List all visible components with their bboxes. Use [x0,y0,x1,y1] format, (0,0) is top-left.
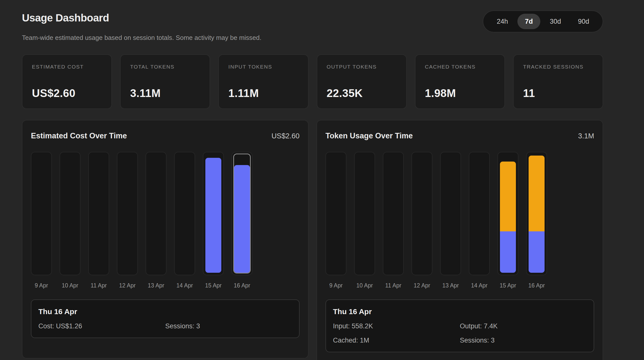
detail-value: Output: 7.4K [460,322,587,330]
token-chart-title: Token Usage Over Time [326,132,413,140]
detail-value: Sessions: 3 [165,322,292,330]
cost-chart-detail: Thu 16 Apr Cost: US$1.26Sessions: 3 [31,300,300,338]
token-chart-bars [326,152,594,275]
token-chart-panel: Token Usage Over Time 3.1M 9 Apr10 Apr11… [316,120,603,360]
bar-14-apr[interactable] [469,152,490,275]
x-axis-label: 14 Apr [469,282,490,289]
bar-fill [205,158,221,273]
bar-segment-input-tokens [528,231,544,273]
cost-detail-grid: Cost: US$1.26Sessions: 3 [38,322,292,330]
bar-13-apr[interactable] [146,152,166,275]
x-axis-label: 11 Apr [88,282,109,289]
bar-9-apr[interactable] [326,152,346,275]
stat-label: ESTIMATED COST [32,64,102,70]
stat-label: TRACKED SESSIONS [523,64,593,70]
stat-value: 22.35K [327,87,397,100]
bar-15-apr[interactable] [203,152,224,275]
x-axis-label: 16 Apr [526,282,547,289]
stat-card-total-tokens: TOTAL TOKENS3.11M [120,54,210,109]
detail-value: Input: 558.2K [333,322,460,330]
bar-14-apr[interactable] [174,152,195,275]
bar-segment-input-tokens [500,231,516,273]
bar-segment-cached-output-tokens [528,156,544,231]
stat-card-tracked-sessions: TRACKED SESSIONS11 [513,54,603,109]
stat-card-cached-tokens: CACHED TOKENS1.98M [415,54,505,109]
bar-segment-cost [205,158,221,273]
bar-fill [500,162,516,273]
bar-fill [528,156,544,273]
bar-segment-cached-output-tokens [500,162,516,231]
cost-chart-xlabels: 9 Apr10 Apr11 Apr12 Apr13 Apr14 Apr15 Ap… [31,282,300,289]
x-axis-label: 13 Apr [146,282,166,289]
bar-fill [234,165,250,273]
chart-panels: Estimated Cost Over Time US$2.60 9 Apr10… [22,120,603,360]
x-axis-label: 12 Apr [412,282,432,289]
time-range-option-30d[interactable]: 30d [542,14,568,29]
x-axis-label: 11 Apr [383,282,404,289]
x-axis-label: 15 Apr [203,282,224,289]
token-detail-grid: Input: 558.2KOutput: 7.4KCached: 1MSessi… [333,322,587,344]
cost-chart-title: Estimated Cost Over Time [31,132,127,140]
stat-card-estimated-cost: ESTIMATED COSTUS$2.60 [22,54,112,109]
x-axis-label: 10 Apr [354,282,375,289]
token-detail-date: Thu 16 Apr [333,308,587,316]
cost-detail-date: Thu 16 Apr [38,308,292,316]
time-range-option-24h[interactable]: 24h [489,14,516,29]
bar-10-apr[interactable] [60,152,80,275]
x-axis-label: 10 Apr [60,282,80,289]
token-chart-header: Token Usage Over Time 3.1M [326,132,594,140]
stats-row: ESTIMATED COSTUS$2.60TOTAL TOKENS3.11MIN… [22,54,603,109]
bar-9-apr[interactable] [31,152,52,275]
bar-13-apr[interactable] [440,152,461,275]
stat-value: 1.98M [425,87,495,100]
cost-chart-panel: Estimated Cost Over Time US$2.60 9 Apr10… [22,120,308,358]
cost-chart-header: Estimated Cost Over Time US$2.60 [31,132,300,140]
bar-segment-cost [234,165,250,273]
page-title: Usage Dashboard [22,12,109,24]
bar-16-apr[interactable] [526,152,547,275]
bar-12-apr[interactable] [117,152,138,275]
time-range-selector: 24h7d30d90d [483,10,603,32]
stat-value: 1.11M [228,87,298,100]
x-axis-label: 12 Apr [117,282,138,289]
cost-chart-total: US$2.60 [272,132,300,140]
usage-dashboard-screen: Usage Dashboard Team-wide estimated usag… [0,0,644,360]
bar-10-apr[interactable] [354,152,375,275]
page-subtitle: Team-wide estimated usage based on sessi… [22,34,262,42]
stat-label: CACHED TOKENS [425,64,495,70]
x-axis-label: 9 Apr [326,282,346,289]
token-chart-total: 3.1M [578,132,594,140]
x-axis-label: 9 Apr [31,282,52,289]
bar-12-apr[interactable] [412,152,432,275]
bar-16-apr[interactable] [232,152,252,275]
content: Usage Dashboard Team-wide estimated usag… [22,0,603,360]
token-chart-detail: Thu 16 Apr Input: 558.2KOutput: 7.4KCach… [326,300,594,352]
stat-label: TOTAL TOKENS [130,64,200,70]
stat-label: INPUT TOKENS [228,64,298,70]
stat-value: US$2.60 [32,87,102,100]
token-chart-xlabels: 9 Apr10 Apr11 Apr12 Apr13 Apr14 Apr15 Ap… [326,282,594,289]
bar-15-apr[interactable] [498,152,518,275]
stat-card-input-tokens: INPUT TOKENS1.11M [218,54,308,109]
time-range-option-90d[interactable]: 90d [570,14,597,29]
detail-value: Cached: 1M [333,336,460,344]
time-range-option-7d[interactable]: 7d [518,14,540,29]
x-axis-label: 13 Apr [440,282,461,289]
stat-value: 3.11M [130,87,200,100]
cost-chart-bars [31,152,300,275]
bar-11-apr[interactable] [88,152,109,275]
detail-value: Sessions: 3 [460,336,587,344]
stat-card-output-tokens: OUTPUT TOKENS22.35K [317,54,407,109]
detail-value: Cost: US$1.26 [38,322,165,330]
bar-11-apr[interactable] [383,152,404,275]
x-axis-label: 16 Apr [232,282,252,289]
stat-label: OUTPUT TOKENS [327,64,397,70]
stat-value: 11 [523,87,593,100]
x-axis-label: 15 Apr [498,282,518,289]
x-axis-label: 14 Apr [174,282,195,289]
